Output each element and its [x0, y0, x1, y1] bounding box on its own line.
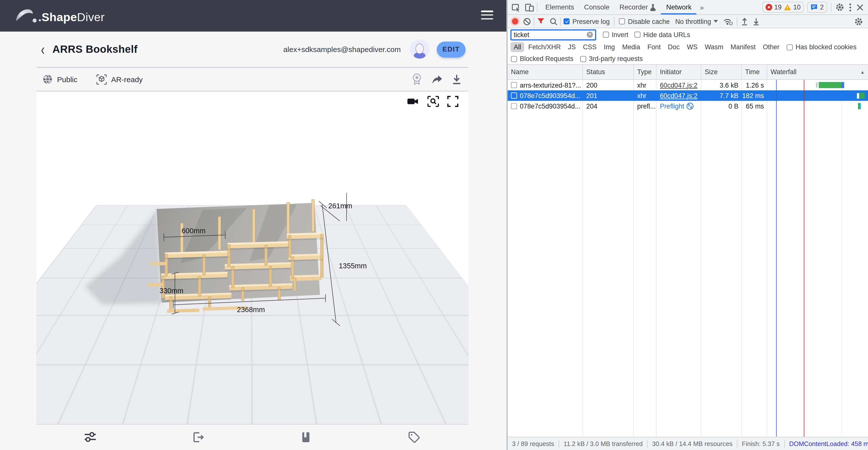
menu-icon[interactable] — [481, 10, 493, 20]
devtools-menu-icon[interactable] — [849, 3, 851, 11]
visibility-badge: Public — [42, 74, 77, 84]
tab-network[interactable]: Network — [661, 0, 696, 15]
column-header-name[interactable]: Name — [507, 65, 583, 79]
devtools-panel: Elements Console Recorder Network » 19 1… — [506, 0, 868, 450]
device-toolbar-icon[interactable] — [525, 2, 534, 12]
network-request-row[interactable]: arrs-texturized-81?... 200 xhr 60cd047.j… — [507, 80, 868, 90]
search-icon[interactable] — [550, 18, 557, 25]
model-meta-bar: Public AR-ready — [36, 67, 468, 91]
chip-ws[interactable]: WS — [684, 42, 701, 52]
error-count: 19 — [774, 3, 782, 11]
domcontentloaded-time: DOMContentLoaded: 458 ms — [785, 440, 868, 448]
column-grid-lines — [507, 80, 868, 437]
hide-data-urls-checkbox[interactable] — [634, 32, 640, 37]
tag-icon[interactable] — [408, 431, 420, 443]
transferred-size: 11.2 kB / 3.0 MB transferred — [559, 440, 648, 448]
chip-media[interactable]: Media — [619, 42, 644, 52]
clear-network-log-icon[interactable] — [523, 18, 531, 25]
avatar-person-icon — [410, 39, 430, 59]
column-header-size[interactable]: Size — [702, 65, 742, 79]
column-header-type[interactable]: Type — [634, 65, 656, 79]
export-icon[interactable] — [192, 431, 204, 443]
network-conditions-icon[interactable] — [723, 18, 733, 25]
disable-cache-checkbox[interactable] — [619, 18, 625, 24]
import-har-icon[interactable] — [742, 18, 748, 25]
chip-css[interactable]: CSS — [580, 42, 600, 52]
disable-cache-label: Disable cache — [628, 18, 670, 25]
chip-fetch-xhr[interactable]: Fetch/XHR — [525, 42, 564, 52]
throttling-select[interactable]: No throttling — [675, 18, 718, 25]
shapediver-app: .ShapeDiver ‹ ARRS Bookshelf alex+sdksam… — [0, 0, 506, 450]
has-blocked-cookies-label: Has blocked cookies — [796, 43, 856, 51]
resource-type-filters: All Fetch/XHR JS CSS Img Media Font Doc … — [507, 41, 868, 53]
column-header-status[interactable]: Status — [583, 65, 634, 79]
chip-img[interactable]: Img — [600, 42, 618, 52]
videocam-icon[interactable] — [407, 96, 419, 107]
dim-label-module-width: 600mm — [182, 227, 206, 235]
tab-console[interactable]: Console — [579, 0, 615, 15]
viewer-canvas[interactable]: 261mm 600mm 1355mm 330mm 2368mm — [36, 91, 468, 424]
blocked-requests-checkbox[interactable] — [511, 56, 517, 62]
flask-icon — [650, 3, 656, 11]
chip-manifest[interactable]: Manifest — [727, 42, 759, 52]
export-har-icon[interactable] — [753, 18, 760, 25]
initiator-link[interactable]: 60cd047.js:2 — [660, 92, 698, 100]
column-header-waterfall[interactable]: Waterfall▲ — [767, 65, 868, 79]
clear-filter-icon[interactable]: ✕ — [587, 32, 593, 37]
shapediver-wordmark: .ShapeDiver — [38, 11, 105, 22]
chip-wasm[interactable]: Wasm — [702, 42, 726, 52]
row-checkbox[interactable] — [511, 92, 517, 99]
devtools-close-icon[interactable] — [856, 3, 864, 11]
filter-input[interactable]: ticket ✕ — [510, 29, 596, 40]
fullscreen-icon[interactable] — [447, 96, 458, 107]
record-network-log-button[interactable] — [512, 18, 518, 24]
network-request-row-selected[interactable]: 078e7c5d903954d... 201 xhr 60cd047.js:2 … — [507, 90, 868, 101]
shapediver-logo[interactable]: .ShapeDiver — [15, 7, 105, 24]
devtools-settings-icon[interactable] — [835, 3, 844, 12]
award-icon[interactable] — [411, 73, 423, 85]
filter-icon[interactable] — [537, 18, 545, 25]
chip-font[interactable]: Font — [644, 42, 664, 52]
domcontentloaded-event-line — [776, 80, 777, 437]
has-blocked-cookies-checkbox[interactable] — [787, 44, 793, 50]
chip-doc[interactable]: Doc — [664, 42, 683, 52]
shapediver-swoosh-icon — [15, 7, 37, 24]
column-header-initiator[interactable]: Initiator — [656, 65, 701, 79]
globe-icon — [42, 74, 53, 84]
edit-button[interactable]: EDIT — [437, 41, 466, 57]
third-party-checkbox[interactable] — [580, 56, 586, 62]
dim-label-depth: 261mm — [328, 202, 352, 210]
account-email: alex+sdksamples@shapediver.com — [283, 45, 401, 53]
row-checkbox[interactable] — [511, 103, 517, 109]
tune-parameters-icon[interactable] — [84, 431, 96, 443]
zoom-fit-icon[interactable] — [427, 96, 439, 107]
waterfall-download-bar — [860, 92, 865, 99]
initiator-link[interactable]: 60cd047.js:2 — [660, 81, 698, 89]
network-settings-icon[interactable] — [854, 17, 863, 26]
blocked-requests-label: Blocked Requests — [520, 55, 573, 62]
tab-elements[interactable]: Elements — [540, 0, 579, 15]
row-checkbox[interactable] — [511, 82, 517, 88]
avatar[interactable] — [410, 39, 430, 59]
share-icon[interactable] — [431, 74, 443, 84]
devtools-tabbar: Elements Console Recorder Network » 19 1… — [507, 0, 868, 15]
inspect-element-icon[interactable] — [512, 2, 521, 12]
preserve-log-checkbox[interactable] — [563, 18, 569, 24]
back-chevron-icon[interactable]: ‹ — [41, 41, 45, 57]
column-header-time[interactable]: Time — [742, 65, 767, 79]
chip-other[interactable]: Other — [760, 42, 783, 52]
waterfall-waiting-bar — [819, 82, 841, 88]
chip-js[interactable]: JS — [565, 42, 579, 52]
tab-recorder[interactable]: Recorder — [615, 0, 661, 15]
more-tabs-chevrons[interactable]: » — [696, 3, 707, 11]
issues-badge[interactable]: 2 — [807, 2, 827, 13]
chip-all[interactable]: All — [510, 42, 524, 52]
wall-shadow — [85, 210, 161, 304]
model-title-row: ‹ ARRS Bookshelf alex+sdksamples@shapedi… — [0, 32, 506, 67]
library-icon[interactable] — [300, 431, 312, 443]
errors-warnings-badge[interactable]: 19 10 — [762, 2, 804, 13]
invert-checkbox[interactable] — [603, 32, 609, 37]
download-icon[interactable] — [452, 74, 462, 84]
preflight-initiator[interactable]: Preflight — [660, 102, 694, 110]
network-request-row[interactable]: 078e7c5d903954d... 204 prefl... Prefligh… — [507, 101, 868, 111]
